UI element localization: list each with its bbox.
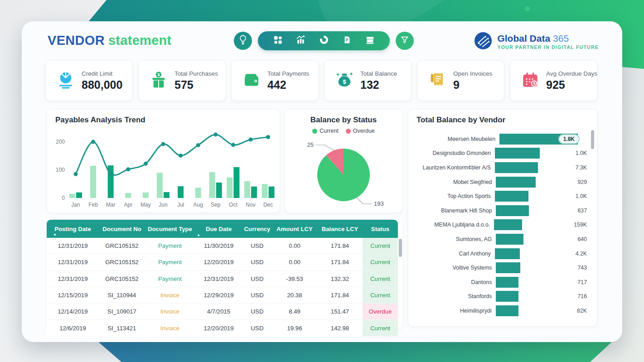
- vendor-bar[interactable]: [495, 248, 520, 259]
- column-header-document-type[interactable]: Document Type: [145, 220, 195, 238]
- trend-chart[interactable]: 0100200JanFebMarAprMayJunJulAugSepOctNov…: [47, 125, 280, 213]
- svg-text:Mar: Mar: [106, 202, 116, 208]
- vendor-bar-row[interactable]: Voltive Systems743: [416, 261, 587, 275]
- vendor-bar-row[interactable]: Top Action Sports1.0K: [416, 189, 587, 203]
- table-cell: Payment: [145, 271, 195, 287]
- vendor-value-badge: 1.8K: [558, 134, 580, 144]
- vendor-bar[interactable]: [495, 162, 538, 173]
- dashboard-card: VENDORstatement: [22, 21, 622, 342]
- vendor-bar[interactable]: [496, 177, 536, 188]
- vendor-bar-track: [496, 234, 574, 245]
- kpi-card-total-purchases: $ Total Purchases575: [138, 60, 226, 101]
- nav-report-button[interactable]: [335, 31, 358, 50]
- column-header-currency[interactable]: Currency: [242, 220, 272, 238]
- column-header-amount-lcy[interactable]: Amount LCY: [272, 220, 317, 238]
- table-cell: Invoice: [145, 320, 195, 336]
- column-header-posting-date[interactable]: Posting Date: [47, 220, 99, 238]
- svg-text:Sep: Sep: [211, 202, 221, 208]
- pie-chart-title: Balance by Status: [285, 109, 402, 125]
- column-header-due-date[interactable]: Due Date: [195, 220, 242, 238]
- lightbulb-icon: [238, 34, 248, 47]
- svg-text:Nov: Nov: [246, 202, 255, 208]
- table-cell: 12/31/2019: [47, 271, 99, 287]
- transactions-table-panel: Posting Date Document No Document Type D…: [47, 220, 402, 328]
- vendor-bar-row[interactable]: Blanemark Hifi Shop637: [416, 203, 587, 218]
- vendor-name: Blanemark Hifi Shop: [416, 208, 496, 214]
- insights-button[interactable]: [234, 32, 252, 50]
- vendor-bar-track: [494, 219, 570, 230]
- vendor-bar[interactable]: [496, 291, 518, 302]
- vendor-bar-row[interactable]: Carl Anthony4.2K: [416, 246, 587, 261]
- table-cell: -39.53: [272, 271, 317, 287]
- vendor-value: 1.0K: [576, 193, 587, 199]
- vendor-bar-row[interactable]: MEMA Ljubljana d.o.o.159K: [416, 218, 587, 232]
- status-pie-chart[interactable]: 25193: [285, 135, 402, 209]
- kpi-label: Total Payments: [267, 70, 309, 77]
- table-row[interactable]: 12/31/2019GRC105152Payment12/20/2019USD0…: [47, 254, 398, 270]
- table-scrollbar[interactable]: [399, 239, 402, 257]
- table-cell: Current: [363, 254, 398, 270]
- vendor-chart-title: Total Balance by Vendor: [408, 109, 597, 125]
- kpi-value: 575: [174, 78, 218, 92]
- vendor-bar[interactable]: [496, 277, 518, 288]
- svg-text:$: $: [343, 78, 346, 85]
- svg-text:Jun: Jun: [159, 202, 167, 208]
- vendor-bar[interactable]: [495, 191, 528, 202]
- vendor-bar[interactable]: [496, 305, 518, 316]
- table-cell: 19.96: [272, 320, 317, 336]
- table-row[interactable]: 12/6/2019SI_113421Invoice12/20/2019USD19…: [47, 320, 398, 336]
- vendor-bar[interactable]: [495, 148, 540, 159]
- table-cell: 0.00: [272, 254, 317, 270]
- vendor-bar-row[interactable]: Sumtones, AG640: [416, 232, 587, 246]
- legend-item-overdue[interactable]: Overdue: [346, 128, 375, 134]
- table-row[interactable]: 12/14/2019SI_109017Invoice4/7/2015USD8.4…: [47, 304, 398, 320]
- nav-dashboard-button[interactable]: [266, 31, 289, 50]
- legend-item-current[interactable]: Current: [312, 128, 339, 134]
- nav-breakdown-button[interactable]: [312, 31, 335, 50]
- globe-icon: [474, 31, 493, 52]
- page-title-secondary: statement: [108, 33, 172, 48]
- svg-text:Dec: Dec: [263, 202, 273, 208]
- vendor-name: Top Action Sports: [416, 193, 495, 199]
- bottom-banner-gradient: [0, 341, 644, 362]
- column-header-document-no[interactable]: Document No: [99, 220, 145, 238]
- purchases-icon: $: [150, 71, 168, 91]
- nav-pill: [258, 31, 390, 50]
- table-cell: SI_113421: [99, 320, 145, 336]
- table-cell: Payment: [145, 238, 195, 254]
- table-cell: USD: [242, 254, 272, 270]
- vendor-bar-row[interactable]: Heimilisprydi82K: [416, 304, 587, 318]
- vendor-bar-row[interactable]: Designstudio Gmunden1.0K: [416, 146, 587, 161]
- vendor-name: Mobel Siegfried: [416, 179, 496, 185]
- vendor-bar-chart[interactable]: Meersen Meubelen1.8KDesignstudio Gmunden…: [416, 132, 587, 318]
- table-row[interactable]: 12/15/2019SI_110944Invoice12/29/2019USD2…: [47, 287, 398, 304]
- table-row[interactable]: 12/31/2019GRC105152Payment11/30/2019USD0…: [47, 238, 398, 254]
- filter-button[interactable]: [396, 32, 414, 50]
- vendor-bar-row[interactable]: Lauritzen Kontorm¢bler A/S7.3K: [416, 160, 587, 175]
- table-cell: USD: [242, 271, 272, 287]
- vendor-bar-row[interactable]: Dantons717: [416, 275, 587, 290]
- table-cell: USD: [242, 304, 272, 320]
- vendor-bar[interactable]: [494, 219, 522, 230]
- logo-name: Global Data365: [497, 34, 599, 43]
- vendor-bar-row[interactable]: Mobel Siegfried929: [416, 175, 587, 189]
- nav-storefront-button[interactable]: [358, 31, 382, 50]
- vendor-bar-row[interactable]: Stanfords716: [416, 290, 587, 304]
- nav-analytics-button[interactable]: [289, 31, 312, 50]
- column-header-status[interactable]: Status: [363, 220, 398, 238]
- vendor-bar[interactable]: [496, 205, 529, 216]
- filter-icon: [400, 35, 410, 47]
- vendor-bar[interactable]: [496, 262, 520, 273]
- presentation-icon: [365, 35, 375, 47]
- vendor-scrollbar[interactable]: [591, 130, 594, 149]
- vendor-value: 1.0K: [576, 150, 587, 156]
- svg-text:Jan: Jan: [71, 202, 80, 208]
- table-row[interactable]: 12/31/2019GRC105152Payment12/31/2019USD-…: [47, 271, 398, 287]
- vendor-bar-track: [496, 291, 574, 302]
- column-header-balance-lcy[interactable]: Balance LCY: [317, 220, 363, 238]
- vendor-bar-row[interactable]: Meersen Meubelen1.8K: [416, 132, 587, 146]
- kpi-value: 925: [546, 78, 597, 92]
- kpi-card-avg-overdue-days: Avg Overdue Days925: [510, 60, 597, 101]
- vendor-bar[interactable]: [496, 234, 523, 245]
- trend-chart-title: Payables Analysis Trend: [47, 109, 280, 125]
